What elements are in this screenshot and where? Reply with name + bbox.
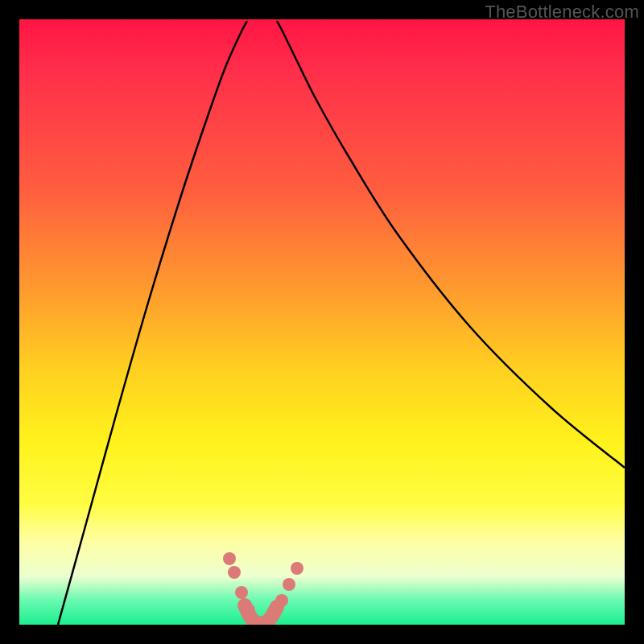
curve-left-curve bbox=[58, 21, 247, 625]
curve-right-curve bbox=[277, 21, 625, 468]
chart-frame bbox=[19, 19, 625, 625]
dot-left-3 bbox=[235, 586, 248, 599]
chart-svg bbox=[19, 19, 625, 625]
dot-right-2 bbox=[283, 578, 295, 591]
dot-right-1 bbox=[275, 594, 288, 607]
dot-left-4 bbox=[242, 604, 255, 617]
dot-left-1 bbox=[223, 552, 236, 565]
dot-right-3 bbox=[291, 562, 303, 575]
watermark-text: TheBottleneck.com bbox=[485, 2, 639, 23]
dot-left-2 bbox=[228, 566, 241, 579]
